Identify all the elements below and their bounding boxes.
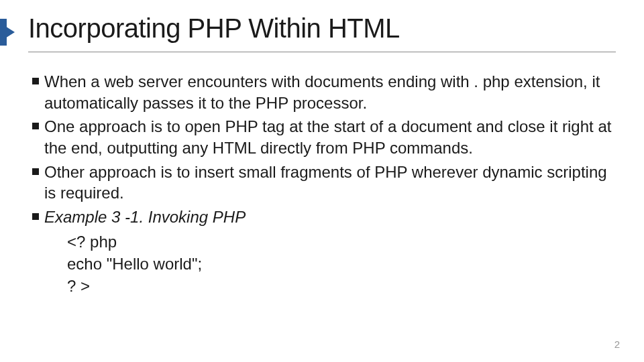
- bullet-text: Other approach is to insert small fragme…: [44, 162, 616, 204]
- code-block: <? php echo "Hello world"; ? >: [67, 231, 616, 297]
- code-line: echo "Hello world";: [67, 253, 616, 275]
- title-accent-icon: [0, 23, 15, 42]
- bullet-marker-icon: [32, 168, 39, 175]
- page-number: 2: [614, 339, 620, 350]
- slide-container: Incorporating PHP Within HTML When a web…: [0, 0, 644, 362]
- bullet-marker-icon: [32, 123, 39, 129]
- bullet-item: When a web server encounters with docume…: [32, 71, 616, 113]
- code-line: ? >: [67, 275, 616, 297]
- bullet-marker-icon: [32, 78, 39, 84]
- bullet-text: One approach is to open PHP tag at the s…: [44, 116, 616, 158]
- slide-title: Incorporating PHP Within HTML: [28, 13, 616, 52]
- bullet-marker-icon: [32, 213, 39, 220]
- bullet-item: Other approach is to insert small fragme…: [32, 162, 616, 204]
- slide-content: When a web server encounters with docume…: [28, 71, 616, 297]
- bullet-text: When a web server encounters with docume…: [44, 71, 616, 113]
- bullet-text-example: Example 3 -1. Invoking PHP: [44, 206, 246, 228]
- code-line: <? php: [67, 231, 616, 253]
- bullet-item: Example 3 -1. Invoking PHP: [32, 206, 616, 228]
- title-area: Incorporating PHP Within HTML: [28, 13, 616, 52]
- bullet-item: One approach is to open PHP tag at the s…: [32, 116, 616, 158]
